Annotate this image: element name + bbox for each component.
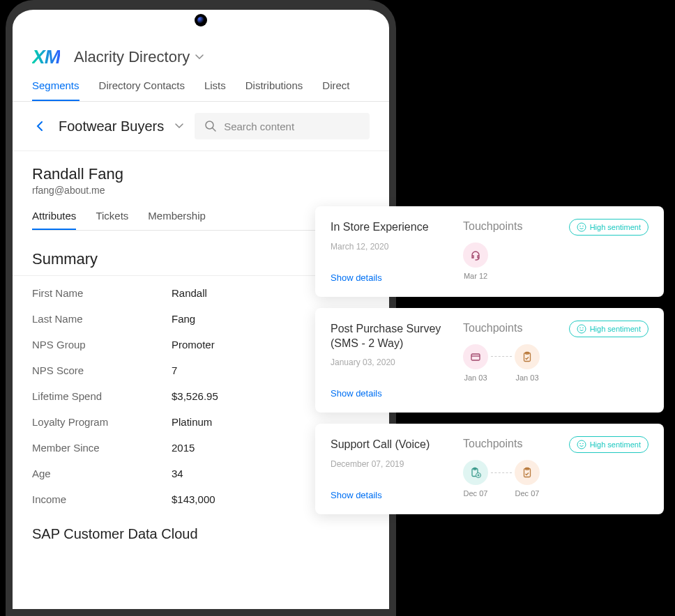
- subtab-attributes[interactable]: Attributes: [32, 210, 76, 230]
- section-sap-title: SAP Customer Data Cloud: [13, 512, 389, 542]
- touchpoint-date: Dec 07: [515, 489, 540, 498]
- touchpoints-row: Mar 12: [463, 242, 649, 280]
- directory-dropdown[interactable]: Alacrity Directory: [74, 48, 204, 66]
- connector-line: [491, 472, 512, 473]
- show-details-link[interactable]: Show details: [331, 388, 463, 399]
- card-title: In Store Experience: [331, 220, 463, 235]
- main-tabs: Segments Directory Contacts Lists Distri…: [13, 79, 389, 102]
- touchpoint-item[interactable]: Jan 03: [463, 344, 488, 382]
- touchpoint-item[interactable]: Dec 07: [463, 460, 488, 498]
- card-right: Touchpoints High sentiment Jan 03 Ja: [463, 322, 649, 399]
- card-date: January 03, 2020: [331, 357, 463, 367]
- touchpoint-date: Jan 03: [464, 374, 487, 382]
- sentiment-badge: High sentiment: [569, 321, 649, 337]
- smile-icon: [577, 324, 586, 334]
- card-date: December 07, 2019: [331, 459, 463, 469]
- svg-line-1: [213, 128, 215, 131]
- search-input[interactable]: Search content: [195, 113, 370, 139]
- svg-point-3: [579, 226, 581, 227]
- headset-icon: [463, 242, 488, 268]
- svg-point-7: [582, 327, 584, 328]
- svg-point-0: [206, 121, 213, 129]
- attr-value: Randall: [172, 287, 207, 299]
- tab-directory-contacts[interactable]: Directory Contacts: [99, 79, 185, 101]
- attr-label: Last Name: [32, 313, 172, 325]
- attr-value: 7: [172, 364, 177, 376]
- attr-value: $143,000: [172, 493, 215, 505]
- touchpoint-card: Support Call (Voice) December 07, 2019 S…: [315, 424, 664, 514]
- chevron-down-icon: [175, 123, 183, 129]
- attr-label: Loyalty Program: [32, 416, 172, 428]
- attr-label: Lifetime Spend: [32, 390, 172, 402]
- svg-point-4: [582, 226, 584, 227]
- smile-icon: [577, 222, 586, 232]
- logo: XM: [32, 46, 60, 68]
- touchpoint-item[interactable]: Jan 03: [515, 344, 540, 382]
- segment-name-text: Footwear Buyers: [59, 118, 164, 134]
- touchpoint-date: Dec 07: [464, 489, 488, 498]
- tab-distributions[interactable]: Distributions: [245, 79, 303, 101]
- smile-icon: [577, 440, 586, 449]
- sentiment-badge: High sentiment: [569, 219, 649, 236]
- show-details-link[interactable]: Show details: [331, 272, 463, 283]
- show-details-link[interactable]: Show details: [331, 490, 463, 500]
- svg-point-2: [577, 223, 586, 231]
- card-title: Support Call (Voice): [331, 438, 463, 452]
- tab-lists[interactable]: Lists: [204, 79, 226, 101]
- card-right: Touchpoints High sentiment Mar 12: [463, 220, 649, 283]
- touchpoint-item[interactable]: Dec 07: [515, 460, 540, 498]
- card-left: Support Call (Voice) December 07, 2019 S…: [331, 438, 463, 500]
- touchpoint-card: Post Purchase Survey (SMS - 2 Way) Janua…: [315, 308, 664, 413]
- contact-email: rfang@about.me: [32, 185, 370, 196]
- touchpoint-date: Jan 03: [515, 374, 538, 382]
- search-placeholder: Search content: [224, 121, 294, 132]
- svg-point-12: [577, 440, 586, 449]
- attr-label: Age: [32, 468, 172, 479]
- sentiment-badge: High sentiment: [569, 436, 649, 453]
- card-icon: [463, 344, 488, 369]
- sentiment-text: High sentiment: [590, 223, 641, 231]
- attr-label: NPS Group: [32, 339, 172, 351]
- search-icon: [204, 120, 217, 132]
- svg-rect-8: [471, 354, 480, 360]
- sentiment-text: High sentiment: [590, 440, 641, 449]
- attr-value: Fang: [172, 313, 195, 325]
- attr-label: Income: [32, 493, 172, 505]
- segment-dropdown[interactable]: Footwear Buyers: [59, 118, 183, 134]
- card-right: Touchpoints High sentiment Dec 07 De: [463, 438, 649, 500]
- contact-name: Randall Fang: [32, 165, 370, 183]
- subtab-membership[interactable]: Membership: [148, 210, 206, 230]
- touchpoint-date: Mar 12: [464, 272, 487, 280]
- sentiment-text: High sentiment: [590, 325, 641, 333]
- back-button[interactable]: [32, 117, 47, 135]
- svg-point-5: [577, 325, 586, 333]
- touchpoints-row: Dec 07 Dec 07: [463, 460, 649, 498]
- chevron-down-icon: [195, 54, 204, 60]
- touchpoint-cards: In Store Experience March 12, 2020 Show …: [315, 206, 664, 514]
- touchpoint-item[interactable]: Mar 12: [463, 242, 488, 280]
- connector-line: [491, 356, 512, 357]
- card-left: In Store Experience March 12, 2020 Show …: [331, 220, 463, 283]
- clipboard-plus-icon: [463, 460, 488, 485]
- svg-point-6: [579, 327, 581, 328]
- app-header: XM Alacrity Directory: [13, 38, 389, 79]
- attr-value: 2015: [172, 442, 195, 454]
- svg-point-14: [582, 443, 584, 445]
- attr-value: 34: [172, 468, 183, 479]
- attr-value: $3,526.95: [172, 390, 218, 402]
- subtab-tickets[interactable]: Tickets: [96, 210, 128, 230]
- attr-label: NPS Score: [32, 364, 172, 376]
- attr-value: Platinum: [172, 416, 212, 428]
- touchpoints-row: Jan 03 Jan 03: [463, 344, 649, 382]
- attr-value: Promoter: [172, 339, 215, 351]
- card-date: March 12, 2020: [331, 242, 463, 252]
- clipboard-icon: [515, 344, 540, 369]
- directory-name-text: Alacrity Directory: [74, 48, 190, 66]
- tab-segments[interactable]: Segments: [32, 79, 79, 101]
- card-left: Post Purchase Survey (SMS - 2 Way) Janua…: [331, 322, 463, 399]
- clipboard-icon: [515, 460, 540, 485]
- card-title: Post Purchase Survey (SMS - 2 Way): [331, 322, 463, 351]
- tab-directory[interactable]: Direct: [322, 79, 349, 101]
- segment-bar: Footwear Buyers Search content: [13, 102, 389, 151]
- attr-label: First Name: [32, 287, 172, 299]
